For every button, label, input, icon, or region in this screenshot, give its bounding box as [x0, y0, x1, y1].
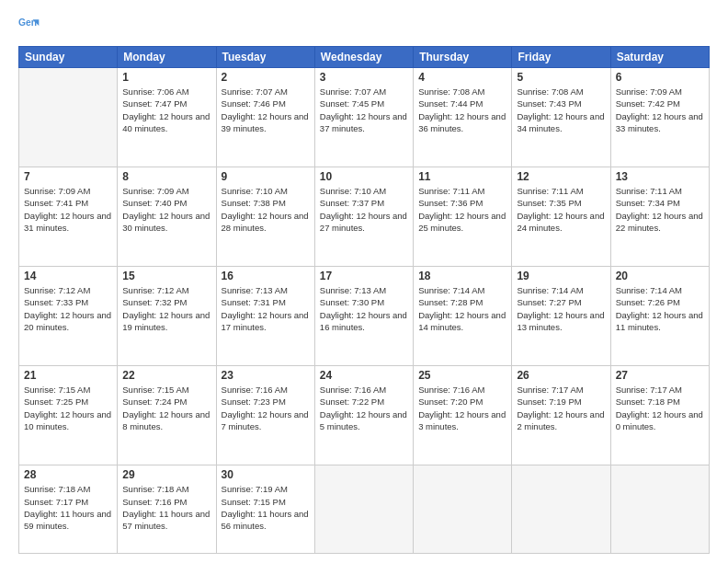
daylight-text: Daylight: 12 hours and 13 minutes. [517, 310, 604, 332]
day-info: Sunrise: 7:14 AMSunset: 7:28 PMDaylight:… [418, 284, 506, 333]
day-info: Sunrise: 7:18 AMSunset: 7:17 PMDaylight:… [24, 483, 112, 532]
day-number: 3 [320, 71, 408, 84]
daylight-text: Daylight: 12 hours and 36 minutes. [418, 111, 506, 133]
day-number: 24 [320, 369, 408, 382]
day-number: 29 [122, 468, 210, 481]
day-info: Sunrise: 7:09 AMSunset: 7:42 PMDaylight:… [616, 86, 704, 134]
day-number: 17 [320, 270, 408, 282]
sunset-text: Sunset: 7:32 PM [122, 297, 187, 307]
daylight-text: Daylight: 12 hours and 27 minutes. [320, 211, 407, 233]
day-info: Sunrise: 7:06 AMSunset: 7:47 PMDaylight:… [122, 86, 210, 134]
daylight-text: Daylight: 12 hours and 3 minutes. [418, 409, 506, 431]
day-info: Sunrise: 7:16 AMSunset: 7:23 PMDaylight:… [222, 384, 310, 432]
sunset-text: Sunset: 7:40 PM [122, 198, 187, 208]
day-number: 9 [222, 170, 310, 183]
sunrise-text: Sunrise: 7:11 AM [418, 186, 484, 196]
sunrise-text: Sunrise: 7:18 AM [122, 484, 188, 494]
daylight-text: Daylight: 12 hours and 40 minutes. [122, 111, 210, 133]
week-row-2: 7Sunrise: 7:09 AMSunset: 7:41 PMDaylight… [19, 167, 710, 267]
sunrise-text: Sunrise: 7:15 AM [24, 385, 90, 395]
sunrise-text: Sunrise: 7:16 AM [222, 385, 288, 395]
sunset-text: Sunset: 7:44 PM [418, 98, 483, 109]
daylight-text: Daylight: 12 hours and 20 minutes. [24, 310, 111, 332]
sunset-text: Sunset: 7:42 PM [616, 98, 680, 109]
day-cell-10: 10Sunrise: 7:10 AMSunset: 7:37 PMDayligh… [314, 167, 413, 267]
sunset-text: Sunset: 7:22 PM [320, 396, 384, 407]
day-cell-13: 13Sunrise: 7:11 AMSunset: 7:34 PMDayligh… [610, 167, 709, 267]
day-cell-7: 7Sunrise: 7:09 AMSunset: 7:41 PMDaylight… [19, 167, 118, 267]
sunset-text: Sunset: 7:37 PM [320, 198, 384, 208]
day-cell-3: 3Sunrise: 7:07 AMSunset: 7:45 PMDaylight… [314, 68, 413, 167]
day-info: Sunrise: 7:08 AMSunset: 7:44 PMDaylight:… [418, 86, 506, 134]
day-number: 8 [122, 170, 210, 183]
sunrise-text: Sunrise: 7:16 AM [418, 385, 484, 395]
daylight-text: Daylight: 12 hours and 34 minutes. [517, 111, 604, 133]
sunrise-text: Sunrise: 7:13 AM [222, 285, 288, 295]
day-number: 25 [418, 369, 506, 382]
sunset-text: Sunset: 7:15 PM [222, 497, 286, 507]
day-info: Sunrise: 7:16 AMSunset: 7:22 PMDaylight:… [320, 384, 408, 432]
sunset-text: Sunset: 7:20 PM [418, 396, 483, 407]
col-header-sunday: Sunday [19, 47, 118, 68]
day-info: Sunrise: 7:11 AMSunset: 7:36 PMDaylight:… [418, 185, 506, 234]
day-number: 11 [418, 170, 506, 183]
sunrise-text: Sunrise: 7:17 AM [616, 385, 682, 395]
day-cell-11: 11Sunrise: 7:11 AMSunset: 7:36 PMDayligh… [414, 167, 512, 267]
sunset-text: Sunset: 7:33 PM [24, 297, 88, 307]
sunset-text: Sunset: 7:46 PM [222, 98, 286, 109]
sunrise-text: Sunrise: 7:18 AM [24, 484, 90, 494]
day-info: Sunrise: 7:11 AMSunset: 7:35 PMDaylight:… [517, 185, 605, 234]
sunset-text: Sunset: 7:24 PM [122, 396, 187, 407]
sunrise-text: Sunrise: 7:19 AM [222, 484, 288, 494]
sunset-text: Sunset: 7:38 PM [222, 198, 286, 208]
day-number: 23 [222, 369, 310, 382]
daylight-text: Daylight: 12 hours and 33 minutes. [616, 111, 703, 133]
empty-cell [414, 465, 512, 554]
day-cell-24: 24Sunrise: 7:16 AMSunset: 7:22 PMDayligh… [314, 366, 413, 465]
daylight-text: Daylight: 12 hours and 31 minutes. [24, 211, 111, 233]
day-number: 30 [222, 468, 310, 481]
sunrise-text: Sunrise: 7:12 AM [24, 285, 90, 295]
day-info: Sunrise: 7:18 AMSunset: 7:16 PMDaylight:… [122, 483, 210, 532]
daylight-text: Daylight: 12 hours and 25 minutes. [418, 211, 506, 233]
sunset-text: Sunset: 7:28 PM [418, 297, 483, 307]
sunrise-text: Sunrise: 7:11 AM [517, 186, 583, 196]
sunrise-text: Sunrise: 7:14 AM [616, 285, 682, 295]
col-header-friday: Friday [512, 47, 610, 68]
day-cell-25: 25Sunrise: 7:16 AMSunset: 7:20 PMDayligh… [414, 366, 512, 465]
sunrise-text: Sunrise: 7:10 AM [320, 186, 386, 196]
sunset-text: Sunset: 7:25 PM [24, 396, 88, 407]
sunset-text: Sunset: 7:41 PM [24, 198, 88, 208]
day-number: 22 [122, 369, 210, 382]
day-number: 1 [122, 71, 210, 84]
sunrise-text: Sunrise: 7:08 AM [418, 86, 484, 97]
day-info: Sunrise: 7:07 AMSunset: 7:46 PMDaylight:… [222, 86, 310, 134]
week-row-3: 14Sunrise: 7:12 AMSunset: 7:33 PMDayligh… [19, 267, 710, 366]
day-info: Sunrise: 7:11 AMSunset: 7:34 PMDaylight:… [616, 185, 704, 234]
day-cell-20: 20Sunrise: 7:14 AMSunset: 7:26 PMDayligh… [610, 267, 709, 366]
daylight-text: Daylight: 12 hours and 22 minutes. [616, 211, 703, 233]
sunset-text: Sunset: 7:31 PM [222, 297, 286, 307]
logo-icon: Gen [18, 15, 40, 37]
day-cell-27: 27Sunrise: 7:17 AMSunset: 7:18 PMDayligh… [610, 366, 709, 465]
day-info: Sunrise: 7:13 AMSunset: 7:30 PMDaylight:… [320, 284, 408, 333]
sunset-text: Sunset: 7:43 PM [517, 98, 581, 109]
sunrise-text: Sunrise: 7:14 AM [517, 285, 583, 295]
daylight-text: Daylight: 12 hours and 28 minutes. [222, 211, 309, 233]
empty-cell [610, 465, 709, 554]
sunrise-text: Sunrise: 7:16 AM [320, 385, 386, 395]
daylight-text: Daylight: 11 hours and 56 minutes. [222, 509, 309, 531]
day-number: 4 [418, 71, 506, 84]
day-number: 26 [517, 369, 605, 382]
day-number: 7 [24, 170, 112, 183]
empty-cell [512, 465, 610, 554]
sunset-text: Sunset: 7:19 PM [517, 396, 581, 407]
daylight-text: Daylight: 12 hours and 24 minutes. [517, 211, 604, 233]
sunrise-text: Sunrise: 7:15 AM [122, 385, 188, 395]
day-cell-16: 16Sunrise: 7:13 AMSunset: 7:31 PMDayligh… [216, 267, 314, 366]
sunrise-text: Sunrise: 7:11 AM [616, 186, 682, 196]
sunrise-text: Sunrise: 7:09 AM [24, 186, 90, 196]
sunrise-text: Sunrise: 7:13 AM [320, 285, 386, 295]
daylight-text: Daylight: 12 hours and 17 minutes. [222, 310, 309, 332]
sunset-text: Sunset: 7:47 PM [122, 98, 187, 109]
